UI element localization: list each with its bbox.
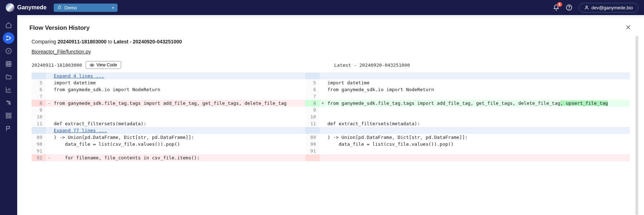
- sidebar-item-charts[interactable]: [3, 84, 14, 95]
- sidebar-item-runs[interactable]: [3, 45, 14, 57]
- svg-rect-12: [9, 113, 11, 115]
- svg-rect-11: [6, 113, 8, 115]
- diff-row: 11 def extract_filtersets(metadata):11 d…: [32, 120, 630, 127]
- brand-name: Ganymede: [17, 4, 47, 11]
- svg-point-5: [6, 39, 8, 40]
- environment-selector[interactable]: Demo ▾: [54, 4, 118, 12]
- view-code-button[interactable]: View Code: [86, 61, 121, 69]
- logo-icon: [6, 3, 14, 12]
- svg-rect-8: [6, 61, 11, 66]
- diff-row: 91 91: [32, 148, 630, 154]
- top-bar: Ganymede Demo ▾ 6 dev@ganymede.bio: [0, 0, 644, 15]
- diff-row: 6 from ganymede_sdk.io import NodeReturn…: [32, 86, 630, 93]
- diff-row: 9 9: [32, 107, 630, 113]
- svg-point-9: [7, 101, 8, 102]
- svg-rect-13: [6, 116, 8, 118]
- page-title: Flow Version History: [29, 24, 90, 32]
- svg-rect-0: [58, 7, 61, 9]
- environment-label: Demo: [65, 5, 77, 10]
- close-icon: [625, 24, 632, 31]
- sidebar-item-apps[interactable]: [3, 110, 14, 121]
- scrollbar[interactable]: [635, 36, 638, 215]
- sidebar-item-connections[interactable]: [3, 97, 14, 108]
- user-email: dev@ganymede.bio: [591, 5, 633, 10]
- main-content: Flow Version History Comparing 20240911-…: [17, 18, 644, 215]
- user-menu[interactable]: dev@ganymede.bio: [579, 3, 638, 13]
- close-button[interactable]: [625, 24, 632, 32]
- brand[interactable]: Ganymede: [6, 3, 47, 12]
- sidebar-item-data[interactable]: [3, 58, 14, 70]
- notifications-button[interactable]: 6: [553, 4, 559, 11]
- diff-row: 5 import datetime5 import datetime: [32, 79, 630, 86]
- diff-row: 7 7: [32, 93, 630, 100]
- left-version-label: 20240911-181803000: [32, 62, 82, 68]
- svg-point-16: [91, 65, 92, 66]
- expand-row[interactable]: Expand 77 lines ...: [32, 127, 630, 134]
- sidebar: [0, 15, 17, 215]
- sidebar-item-flag[interactable]: [3, 123, 14, 134]
- compare-summary: Comparing 20240911-181803000 to Latest -…: [23, 37, 638, 49]
- sidebar-item-files[interactable]: [3, 71, 14, 83]
- svg-point-2: [569, 9, 569, 9]
- eye-icon: [90, 63, 94, 67]
- svg-point-15: [90, 64, 94, 66]
- sidebar-item-home[interactable]: [3, 19, 14, 31]
- user-icon: [584, 5, 589, 10]
- chevron-down-icon: ▾: [112, 6, 114, 10]
- file-path-link[interactable]: Bioreactor_File/function.py: [23, 49, 638, 59]
- expand-row[interactable]: Expand 4 lines ...: [32, 73, 630, 79]
- right-version-label: Latest - 20240920-043251000: [334, 62, 410, 68]
- diff-table: Expand 4 lines ...5 import datetime5 imp…: [32, 73, 630, 161]
- diff-row: 89 ) -> Union[pd.DataFrame, Dict[str, pd…: [32, 134, 630, 141]
- diff-header: 20240911-181803000 View Code Latest - 20…: [23, 59, 638, 73]
- diff-row: 10 10: [32, 113, 630, 120]
- diff-row: 8-from ganymede_sdk.file_tag.tags import…: [32, 100, 630, 107]
- svg-point-4: [6, 36, 8, 37]
- lock-icon: [57, 5, 62, 10]
- svg-rect-14: [9, 116, 11, 118]
- help-button[interactable]: [566, 4, 572, 11]
- notifications-badge: 6: [557, 2, 563, 7]
- svg-point-6: [10, 38, 11, 39]
- svg-point-3: [586, 6, 588, 8]
- diff-row: 90 data_file = list(csv_file.values()).p…: [32, 141, 630, 148]
- diff-row: 92- for filename, file_contents in csv_f…: [32, 154, 630, 161]
- svg-point-10: [9, 103, 10, 104]
- sidebar-item-flows[interactable]: [3, 32, 14, 44]
